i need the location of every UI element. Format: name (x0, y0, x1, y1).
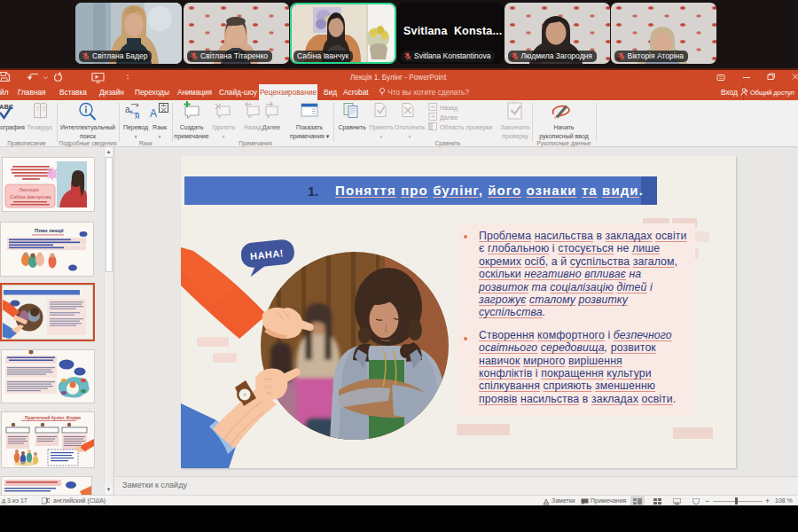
svg-text:Лекція 1. Булінг - PowerPoint: Лекція 1. Булінг - PowerPoint (350, 74, 447, 82)
svg-text:Практичний булінг. Форми: Практичний булінг. Форми (25, 415, 81, 420)
svg-text:я: я (135, 111, 139, 121)
svg-text:План лекції: План лекції (35, 228, 64, 233)
svg-text:A: A (150, 107, 157, 120)
svg-text:Лекторк: Лекторк (18, 187, 39, 192)
svg-text:а: а (125, 105, 130, 114)
svg-text:Сабіна Іванчукова: Сабіна Іванчукова (10, 194, 51, 200)
